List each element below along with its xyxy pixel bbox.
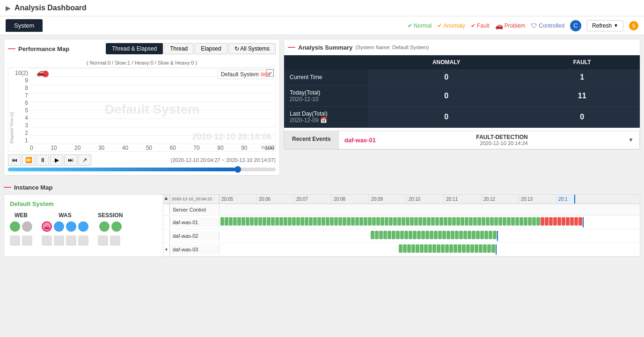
lastday-anomaly: 0 [368, 107, 524, 128]
instance-left: Default System WEB WAS 🚗 [4, 195, 163, 256]
skip-back-button[interactable]: ⏮ [8, 154, 21, 166]
instance-cols: WEB WAS 🚗 SESSION [10, 212, 157, 232]
calendar-icon: 📅 [320, 117, 327, 124]
row-label-current: Current Time [284, 69, 368, 86]
check-normal-icon: ✔ [408, 22, 412, 29]
controlled-label: Controlled [539, 22, 564, 29]
performance-map-card: — Performance Map Thread & Elapsed Threa… [4, 39, 280, 176]
y-axis-label: Elapsed Time (s) [9, 112, 14, 144]
was-circles: 🚗 [42, 221, 88, 232]
table-row: Current Time 0 1 [284, 69, 640, 86]
recent-events-content: daf-was-01 FAULT-DETECTION 2020-12-10 20… [339, 131, 639, 149]
session-label: SESSION [98, 212, 123, 219]
pause-button[interactable]: ⏸ [36, 154, 49, 166]
collapse-arrow[interactable]: ▶ [6, 4, 11, 12]
tl-time-2008: 20:08 [332, 195, 369, 204]
event-dropdown-icon[interactable]: ▼ [628, 137, 634, 143]
controlled-icon: 🛡 [531, 22, 537, 29]
recent-events-section: Recent Events daf-was-01 FAULT-DETECTION… [284, 131, 640, 149]
refresh-label: Refresh [592, 22, 612, 29]
instance-col-session: SESSION [98, 212, 123, 232]
main-content: — Performance Map Thread & Elapsed Threa… [0, 35, 644, 183]
tl-time-2006: 20:06 [257, 195, 294, 204]
chart-timestamp: 2020-12-10 20:14:06 [192, 132, 271, 142]
system-tab[interactable]: System [6, 19, 43, 32]
analysis-dash-icon: — [288, 43, 295, 51]
row-name-was-02: daf-was-02 [170, 231, 220, 241]
status-anomaly: ✔ Anomaly [437, 22, 465, 29]
perf-dash-icon: — [8, 44, 15, 53]
circle-web-2[interactable] [22, 221, 32, 232]
recent-events-tab[interactable]: Recent Events [285, 131, 339, 149]
was-01-blocks[interactable] [220, 216, 640, 229]
status-normal: ✔ Normal [408, 22, 432, 29]
tab-thread-elapsed[interactable]: Thread & Elapsed [106, 43, 163, 54]
chart-plot: Default System 2020-12-10 20:14:06 🚗 [29, 68, 275, 151]
refresh-button[interactable]: Refresh ▼ [587, 20, 623, 31]
was-label: WAS [42, 212, 88, 219]
empty-circles-row [10, 235, 157, 246]
play-button[interactable]: ▶ [50, 154, 63, 166]
web-label: WEB [10, 212, 32, 219]
status-indicators: ✔ Normal ✔ Anomaly ✔ Fault 🚗 Problem 🛡 C… [408, 20, 638, 31]
legend-label: Default System [221, 71, 259, 78]
scroll-down-arrow[interactable]: ▼ [163, 243, 170, 256]
dropdown-arrow-icon: ▼ [614, 23, 618, 28]
perf-map-header: — Performance Map [8, 44, 69, 53]
tl-row-server-control: Server Control [163, 204, 640, 216]
row-name-was-03: daf-was-03 [170, 245, 220, 254]
event-server: daf-was-01 [344, 137, 376, 144]
today-anomaly: 0 [368, 86, 524, 107]
summary-table: ANOMALY FAULT Current Time 0 1 Toda [284, 55, 640, 128]
tab-all-systems[interactable]: ↻ All Systems [228, 43, 276, 54]
left-panel: — Performance Map Thread & Elapsed Threa… [4, 39, 280, 179]
right-panel: — Analysis Summary (System Name: Default… [284, 39, 640, 179]
chart-container: ⤢ Elapsed Time (s) 10(2)987654321 [8, 67, 276, 152]
circle-was-1[interactable]: 🚗 [42, 221, 52, 232]
status-controlled: 🛡 Controlled [531, 22, 564, 29]
playback-controls: ⏮ ⏩ ⏸ ▶ ⏭ ↗ [8, 154, 91, 166]
circle-session-2[interactable] [111, 221, 122, 232]
table-row: Today(Total) 2020-12-10 0 11 [284, 86, 640, 107]
tl-row-was-02: daf-was-02 [163, 229, 640, 243]
server-control-blocks [220, 204, 640, 215]
tl-time-2009: 20:09 [369, 195, 407, 204]
fault-label: Fault [477, 22, 490, 29]
y-axis-label-container: Elapsed Time (s) [8, 68, 15, 151]
circle-session-1[interactable] [99, 221, 110, 232]
refresh-icon-circle[interactable]: C [570, 20, 581, 31]
circle-was-3[interactable] [66, 221, 76, 232]
tab-thread[interactable]: Thread [164, 43, 194, 54]
tl-row-was-01: daf-was-01 [163, 216, 640, 229]
share-button[interactable]: ↗ [78, 154, 91, 166]
instance-map-section: — Instance Map Default System WEB WAS 🚗 [4, 183, 640, 257]
fast-forward-button[interactable]: ⏩ [22, 154, 35, 166]
tl-time-current: 20:1 [556, 195, 575, 204]
col-header-empty [284, 55, 368, 69]
col-header-fault: FAULT [524, 55, 640, 69]
check-anomaly-icon: ✔ [437, 22, 442, 29]
progress-track[interactable] [8, 168, 276, 171]
web-circles [10, 221, 32, 232]
progress-fill [8, 168, 235, 171]
circle-was-2[interactable] [54, 221, 64, 232]
tl-first-time: 2020-12-10_20:04:22 [170, 195, 220, 204]
recent-events-header: Recent Events daf-was-01 FAULT-DETECTION… [285, 131, 639, 149]
tl-time-2011: 20:11 [444, 195, 482, 204]
skip-forward-button[interactable]: ⏭ [64, 154, 77, 166]
was-03-blocks[interactable] [220, 243, 640, 256]
analysis-card: — Analysis Summary (System Name: Default… [284, 39, 640, 150]
progress-handle[interactable] [234, 166, 241, 173]
circle-was-4[interactable] [78, 221, 88, 232]
title-bar: ▶ Analysis Dashboard [0, 0, 644, 16]
refresh-badge: 5 [629, 21, 638, 30]
status-problem: 🚗 Problem [495, 22, 526, 29]
instance-timeline: ▲ 2020-12-10_20:04:22 20:05 20:06 20:07 … [163, 195, 640, 256]
was-02-blocks[interactable] [220, 229, 640, 242]
fullscreen-icon[interactable]: ⤢ [266, 69, 274, 77]
event-info: FAULT-DETECTION 2020-12-10 20:14:24 [476, 134, 527, 146]
tl-time-2007: 20:07 [294, 195, 332, 204]
tab-elapsed[interactable]: Elapsed [195, 43, 227, 54]
circle-web-1[interactable] [10, 221, 20, 232]
scroll-up-arrow[interactable]: ▲ [163, 195, 170, 204]
